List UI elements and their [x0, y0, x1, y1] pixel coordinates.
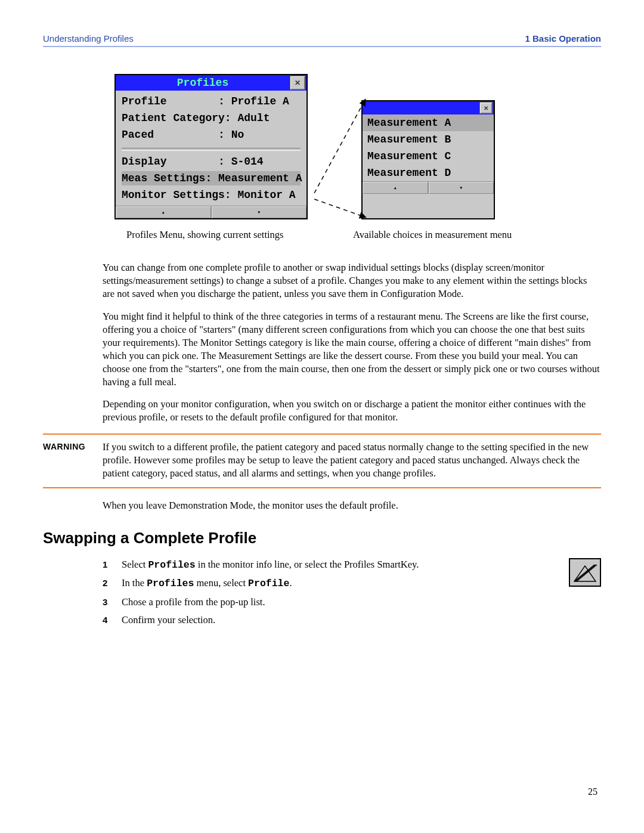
display-row[interactable]: Display : S-014: [122, 154, 301, 169]
profiles-window: Profiles ✕ Profile : Profile A Patient C…: [114, 74, 308, 219]
measurement-titlebar: ✕: [363, 101, 494, 114]
measurement-option[interactable]: Measurement B: [363, 131, 494, 148]
patient-category-row[interactable]: Patient Category: Adult: [122, 111, 301, 125]
page-number: 25: [588, 786, 597, 797]
svg-line-1: [314, 199, 365, 217]
smartkey-icon: [569, 558, 601, 587]
warning-label: WARNING: [43, 441, 103, 480]
body-paragraph: When you leave Demonstration Mode, the m…: [103, 499, 601, 512]
measurement-option[interactable]: Measurement D: [363, 165, 494, 181]
measurement-option[interactable]: Measurement C: [363, 148, 494, 165]
body-paragraph: You can change from one complete profile…: [103, 261, 601, 301]
close-icon[interactable]: ✕: [290, 76, 305, 90]
measurement-option[interactable]: Measurement A: [363, 114, 494, 131]
step-item: Chose a profile from the pop-up list.: [103, 596, 520, 609]
warning-text: If you switch to a different profile, th…: [103, 441, 601, 480]
close-icon[interactable]: ✕: [479, 102, 493, 114]
svg-line-0: [314, 100, 365, 193]
step-item: In the Profiles menu, select Profile.: [103, 577, 520, 590]
meas-settings-row[interactable]: Meas Settings: Measurement A: [122, 171, 301, 185]
page-up-icon[interactable]: ▴: [116, 206, 212, 218]
figure-captions: Profiles Menu, showing current settings …: [126, 229, 601, 241]
figure-area: Profiles ✕ Profile : Profile A Patient C…: [114, 74, 601, 219]
header-right: 1 Basic Operation: [525, 33, 601, 44]
profiles-titlebar: Profiles ✕: [116, 75, 306, 91]
page-up-icon[interactable]: ▴: [363, 182, 429, 194]
profile-row[interactable]: Profile : Profile A: [122, 94, 301, 109]
profiles-title: Profiles: [116, 77, 290, 89]
step-item: Confirm your selection.: [103, 614, 520, 627]
body-paragraph: Depending on your monitor configuration,…: [103, 398, 601, 424]
divider-line: [122, 148, 301, 151]
page-down-icon[interactable]: ▾: [212, 206, 307, 218]
step-item: Select Profiles in the monitor info line…: [103, 558, 520, 572]
section-heading: Swapping a Complete Profile: [43, 529, 601, 547]
header-left: Understanding Profiles: [43, 33, 134, 44]
caption-left: Profiles Menu, showing current settings: [126, 229, 353, 241]
measurement-window: ✕ Measurement A Measurement B Measuremen…: [361, 100, 495, 219]
page-down-icon[interactable]: ▾: [429, 182, 494, 194]
warning-block: WARNING If you switch to a different pro…: [43, 441, 601, 480]
page-header: Understanding Profiles 1 Basic Operation: [43, 33, 601, 47]
caption-right: Available choices in measurement menu: [353, 229, 568, 241]
orange-rule: [43, 433, 601, 435]
body-paragraph: You might find it helpful to think of th…: [103, 310, 601, 389]
steps-block: Select Profiles in the monitor info line…: [103, 558, 601, 631]
paced-row[interactable]: Paced : No: [122, 128, 301, 142]
monitor-settings-row[interactable]: Monitor Settings: Monitor A: [122, 188, 301, 202]
orange-rule: [43, 487, 601, 488]
